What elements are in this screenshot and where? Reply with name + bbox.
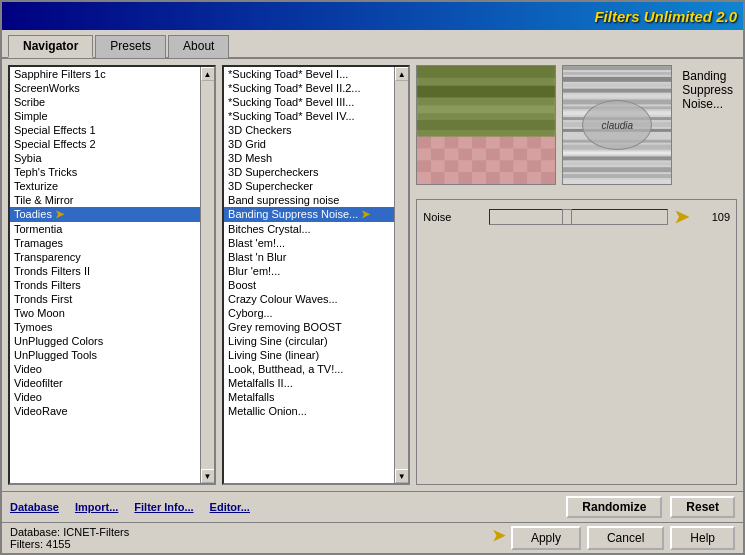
list-item[interactable]: Toadies ➤ (10, 207, 200, 222)
list-item[interactable]: Video (10, 362, 200, 376)
middle-scroll-up[interactable]: ▲ (395, 67, 409, 81)
list-item[interactable]: VideoRave (10, 404, 200, 418)
list-item[interactable]: *Sucking Toad* Bevel IV... (224, 109, 394, 123)
editor-link[interactable]: Editor... (210, 501, 250, 513)
reset-button[interactable]: Reset (670, 496, 735, 518)
list-item[interactable]: Bitches Crystal... (224, 222, 394, 236)
list-item[interactable]: Grey removing BOOST (224, 320, 394, 334)
list-item[interactable]: Crazy Colour Waves... (224, 292, 394, 306)
help-button[interactable]: Help (670, 526, 735, 550)
list-item[interactable]: Metalfalls (224, 390, 394, 404)
svg-rect-3 (417, 105, 555, 113)
list-item[interactable]: Two Moon (10, 306, 200, 320)
svg-rect-31 (486, 160, 500, 172)
list-item[interactable]: UnPlugged Tools (10, 348, 200, 362)
svg-rect-50 (563, 84, 671, 87)
filter-name-display: Banding Suppress Noise... (678, 65, 737, 195)
list-item[interactable]: Metalfalls II... (224, 376, 394, 390)
filter-info-link[interactable]: Filter Info... (134, 501, 193, 513)
left-scroll-up[interactable]: ▲ (201, 67, 215, 81)
small-preview: claudia (562, 65, 672, 185)
list-item[interactable]: Metallic Onion... (224, 404, 394, 418)
cancel-button[interactable]: Cancel (587, 526, 664, 550)
watermark: claudia (582, 100, 652, 150)
list-item[interactable]: *Sucking Toad* Bevel II.2... (224, 81, 394, 95)
svg-rect-10 (473, 137, 487, 149)
database-link[interactable]: Database (10, 501, 59, 513)
list-item[interactable]: Videofilter (10, 376, 200, 390)
list-item[interactable]: Tile & Mirror (10, 193, 200, 207)
svg-rect-12 (500, 137, 514, 149)
list-item[interactable]: Video (10, 390, 200, 404)
list-item[interactable]: 3D Supercheckers (224, 165, 394, 179)
noise-arrow: ➤ (674, 206, 689, 228)
list-item[interactable]: Teph's Tricks (10, 165, 200, 179)
list-item[interactable]: Simple (10, 109, 200, 123)
list-item[interactable]: Tronds Filters II (10, 264, 200, 278)
list-item[interactable]: Tronds Filters (10, 278, 200, 292)
svg-rect-64 (563, 162, 671, 165)
list-item[interactable]: Special Effects 1 (10, 123, 200, 137)
bottom-toolbar: Database Import... Filter Info... Editor… (2, 491, 743, 522)
preview-area: claudia Banding Suppress Noise... (416, 65, 737, 195)
list-item[interactable]: Tymoes (10, 320, 200, 334)
list-item[interactable]: Living Sine (circular) (224, 334, 394, 348)
randomize-button[interactable]: Randomize (566, 496, 662, 518)
main-content: Sapphire Filters 1cScreenWorksScribeSimp… (2, 59, 743, 491)
middle-scrollbar: ▲ ▼ (394, 67, 408, 483)
list-item[interactable]: Sybia (10, 151, 200, 165)
list-item[interactable]: 3D Checkers (224, 123, 394, 137)
svg-rect-33 (514, 160, 528, 172)
svg-rect-47 (563, 66, 671, 70)
list-item[interactable]: Band supressing noise (224, 193, 394, 207)
list-item[interactable]: Special Effects 2 (10, 137, 200, 151)
list-item[interactable]: Blast 'n Blur (224, 250, 394, 264)
toolbar-links: Database Import... Filter Info... Editor… (10, 501, 250, 513)
list-item[interactable]: ScreenWorks (10, 81, 200, 95)
list-item[interactable]: Blast 'em!... (224, 236, 394, 250)
svg-rect-1 (417, 66, 555, 78)
svg-rect-67 (563, 180, 671, 184)
list-item[interactable]: 3D Superchecker (224, 179, 394, 193)
list-item[interactable]: Texturize (10, 179, 200, 193)
list-item[interactable]: Scribe (10, 95, 200, 109)
filter-list-panel: *Sucking Toad* Bevel I...*Sucking Toad* … (222, 65, 410, 485)
svg-rect-26 (417, 160, 431, 172)
list-item[interactable]: Tramages (10, 236, 200, 250)
import-link[interactable]: Import... (75, 501, 118, 513)
list-item[interactable]: *Sucking Toad* Bevel I... (224, 67, 394, 81)
left-scroll-down[interactable]: ▼ (201, 469, 215, 483)
middle-scroll-down[interactable]: ▼ (395, 469, 409, 483)
tab-about[interactable]: About (168, 35, 229, 58)
main-window: Filters Unlimited 2.0 Navigator Presets … (0, 0, 745, 555)
list-item[interactable]: *Sucking Toad* Bevel III... (224, 95, 394, 109)
list-item[interactable]: Sapphire Filters 1c (10, 67, 200, 81)
svg-rect-14 (528, 137, 542, 149)
filter-list[interactable]: *Sucking Toad* Bevel I...*Sucking Toad* … (224, 67, 394, 483)
tab-navigator[interactable]: Navigator (8, 35, 93, 58)
noise-slider[interactable] (489, 209, 668, 225)
list-item[interactable]: 3D Mesh (224, 151, 394, 165)
list-item[interactable]: Cyborg... (224, 306, 394, 320)
svg-rect-32 (500, 160, 514, 172)
apply-button[interactable]: Apply (511, 526, 581, 550)
svg-rect-41 (486, 172, 500, 184)
list-item[interactable]: Banding Suppress Noise... ➤ (224, 207, 394, 222)
large-preview (416, 65, 556, 185)
list-item[interactable]: Look, Butthead, a TV!... (224, 362, 394, 376)
svg-rect-40 (473, 172, 487, 184)
svg-rect-66 (563, 174, 671, 178)
list-item[interactable]: 3D Grid (224, 137, 394, 151)
svg-rect-49 (563, 77, 671, 82)
list-item[interactable]: Living Sine (linear) (224, 348, 394, 362)
list-item[interactable]: Tronds First (10, 292, 200, 306)
svg-rect-7 (431, 137, 445, 149)
tab-presets[interactable]: Presets (95, 35, 166, 58)
category-list[interactable]: Sapphire Filters 1cScreenWorksScribeSimp… (10, 67, 200, 483)
list-item[interactable]: Tormentia (10, 222, 200, 236)
list-item[interactable]: Blur 'em!... (224, 264, 394, 278)
list-item[interactable]: Boost (224, 278, 394, 292)
list-item[interactable]: UnPlugged Colors (10, 334, 200, 348)
list-item[interactable]: Transparency (10, 250, 200, 264)
status-bar: Database: ICNET-Filters Filters: 4155 ➤ … (2, 522, 743, 553)
